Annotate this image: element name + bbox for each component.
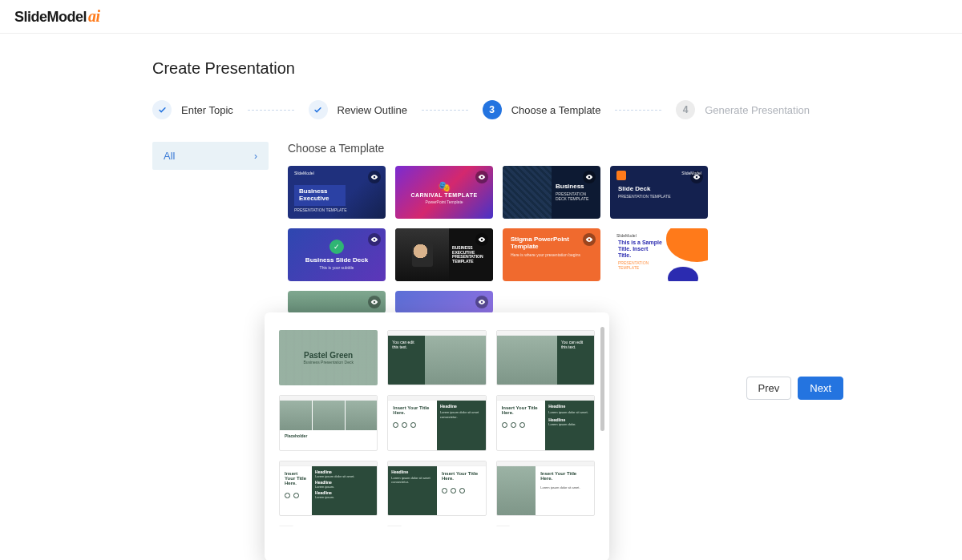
step-divider [615,110,661,111]
check-circle-icon: ✓ [329,240,344,254]
preview-slide[interactable]: Placeholder [279,395,378,450]
slide-text: Placeholder [280,430,377,441]
mask-icon: 🎭 [438,180,451,192]
logo-brand: SlideModel [14,9,87,25]
preview-slide[interactable]: Insert Your Title Here. Headline Lorem i… [496,395,595,450]
preview-slide[interactable]: Insert Your Title Here. Lorem ipsum dolo… [496,461,595,516]
slide-text: You can edit this text. [388,336,425,385]
eye-icon[interactable] [583,171,596,183]
template-sub: PowerPoint Template [425,199,463,204]
template-area: Choose a Template SlideModel Business Ex… [288,142,810,313]
slide-title: Insert Your Title Here. [388,401,437,420]
step-number: 4 [676,100,695,119]
template-card[interactable]: ✓ Business Slide Deck This is your subti… [288,228,386,281]
preview-slide[interactable] [496,526,511,534]
eye-icon[interactable] [475,233,488,246]
slide-image [497,336,557,385]
preview-slide[interactable]: Pastel Green Business Presentation Deck [279,330,378,385]
template-title: Business Executive [294,185,346,206]
next-button[interactable]: Next [798,377,843,400]
preview-slide[interactable]: Insert Your Title Here. Headline Lorem i… [387,395,486,450]
preview-slide[interactable]: You can edit this text. [387,330,486,385]
eye-icon[interactable] [583,233,596,246]
prev-button[interactable]: Prev [746,377,792,400]
preview-slide[interactable]: You can edit this text. [496,330,595,385]
template-title: This is a Sample Title. Insert Title. [618,240,662,258]
template-card[interactable]: SlideModel This is a Sample Title. Inser… [610,228,708,281]
template-card[interactable]: SlideModel Slide Deck PRESENTATION TEMPL… [610,166,708,219]
check-icon [309,100,328,119]
template-card[interactable]: BusinessPRESENTATION DECK TEMPLATE [503,166,600,219]
slide-title: Insert Your Title Here. [536,466,594,485]
category-sidebar: All › [152,142,269,170]
template-brand: SlideModel [616,233,637,238]
template-title: Business [556,183,596,191]
step-review-outline[interactable]: Review Outline [309,100,407,119]
slide-text: Headline [391,469,434,474]
template-card[interactable]: BUSINESS EXECUTIVE PRESENTATION TEMPLATE [395,228,493,281]
logo[interactable]: SlideModelai [14,7,100,26]
step-choose-template[interactable]: 3 Choose a Template [483,100,601,119]
scrollbar[interactable] [600,327,604,431]
step-label: Choose a Template [511,104,601,116]
preview-slide[interactable] [387,526,402,534]
template-sub: PRESENTATION DECK TEMPLATE [556,191,596,201]
template-title: Slide Deck [618,186,701,193]
step-label: Review Outline [338,104,407,116]
template-brand: SlideModel [681,171,701,175]
template-card[interactable]: 🎭 CARNIVAL TEMPLATE PowerPoint Template [395,166,493,219]
eye-icon[interactable] [368,171,381,183]
template-title: Business Slide Deck [305,257,368,264]
header-bar: SlideModelai [0,0,962,34]
chevron-right-icon: › [254,151,257,162]
preview-grid: Pastel Green Business Presentation Deck … [279,330,595,534]
eye-icon[interactable] [475,296,488,308]
eye-icon[interactable] [475,171,488,183]
main-container: Create Presentation Enter Topic Review O… [152,34,810,313]
preview-slide[interactable]: Insert Your Title Here. Headline Lorem i… [279,461,378,516]
template-sub: PRESENTATION TEMPLATE [618,194,701,199]
shape-icon [668,267,698,281]
step-number: 3 [483,100,502,119]
template-title: BUSINESS EXECUTIVE PRESENTATION TEMPLATE [452,246,490,264]
template-title: CARNIVAL TEMPLATE [410,192,477,199]
section-label: Choose a Template [288,142,810,155]
template-card[interactable] [288,291,386,313]
slide-text: You can edit this text. [557,336,594,385]
slide-title: Pastel Green [303,351,354,360]
step-enter-topic[interactable]: Enter Topic [152,100,233,119]
step-divider [248,110,294,111]
template-card[interactable] [395,291,493,313]
slide-image [497,466,536,515]
template-image [395,228,449,281]
template-title: Stigma PowerPoint Template [511,236,592,251]
eye-icon[interactable] [368,296,381,308]
template-image [503,166,552,219]
preview-slide[interactable]: Headline Lorem ipsum dolor sit amet cons… [387,461,486,516]
slide-text: Headline [548,404,591,409]
sidebar-item-label: All [164,150,175,162]
template-brand: SlideModel [294,171,314,175]
sidebar-item-all[interactable]: All › [152,142,269,170]
template-preview-popup: Pastel Green Business Presentation Deck … [265,312,609,560]
stepper: Enter Topic Review Outline 3 Choose a Te… [152,100,810,119]
template-sub: This is your subtitle [320,265,354,270]
content-row: All › Choose a Template SlideModel Busin… [152,142,810,313]
logo-suffix: ai [88,7,100,25]
page-title: Create Presentation [152,59,810,78]
shape-icon [666,228,708,262]
slide-title: Insert Your Title Here. [497,401,546,420]
nav-buttons: Prev Next [746,377,843,400]
preview-slide[interactable] [279,526,293,534]
step-divider [422,110,468,111]
template-sub: PRESENTATION TEMPLATE [294,207,379,212]
template-card[interactable]: Stigma PowerPoint Template Here is where… [503,228,600,281]
eye-icon[interactable] [368,233,381,246]
template-card[interactable]: SlideModel Business Executive PRESENTATI… [288,166,386,219]
template-grid: SlideModel Business Executive PRESENTATI… [288,166,810,313]
step-label: Enter Topic [181,104,233,116]
step-label: Generate Presentation [705,104,810,116]
step-generate: 4 Generate Presentation [676,100,810,119]
check-icon [152,100,172,119]
slide-title: Insert Your Title Here. [437,466,486,485]
